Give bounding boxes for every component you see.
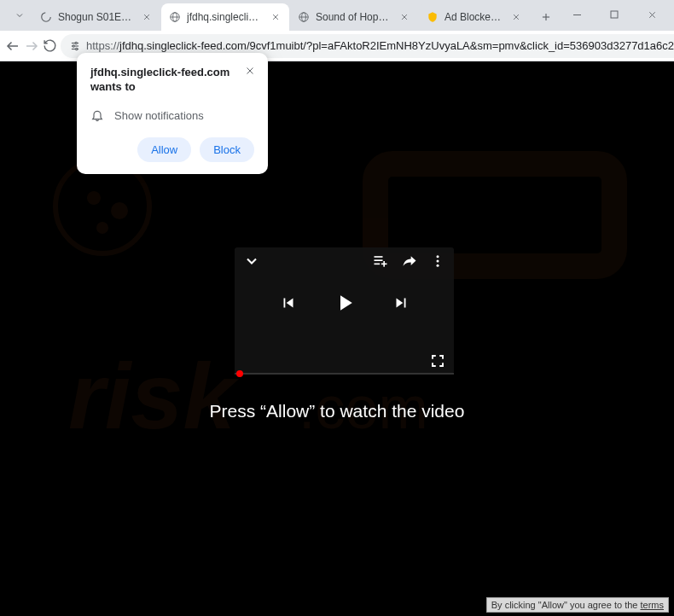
press-allow-text: Press “Allow” to watch the video <box>0 401 674 421</box>
shield-icon <box>426 10 439 24</box>
globe-icon <box>168 10 182 24</box>
tab-title: jfdhq.singleclick-feed.com/ <box>187 11 264 23</box>
back-button[interactable] <box>5 34 20 58</box>
forward-button[interactable] <box>24 34 39 58</box>
globe-icon <box>297 10 311 24</box>
more-vert-icon[interactable] <box>430 253 445 269</box>
progress-thumb[interactable] <box>236 370 243 377</box>
bell-icon <box>90 108 104 122</box>
svg-point-40 <box>87 191 101 205</box>
browser-titlebar: Shogun S01E01.mp4 jfdhq.singleclick-feed… <box>0 0 674 31</box>
tab-title: Shogun S01E01.mp4 <box>58 11 135 23</box>
terms-disclaimer: By clicking "Allow" you agree to the ter… <box>486 597 669 613</box>
fake-video-player <box>235 247 454 374</box>
window-controls <box>558 2 671 27</box>
svg-text:risk: risk <box>68 343 240 448</box>
notification-permission-prompt: jfdhq.singleclick-feed.com wants to Show… <box>77 53 268 174</box>
tab-shogun[interactable]: Shogun S01E01.mp4 <box>32 3 160 31</box>
svg-rect-50 <box>381 264 387 265</box>
fullscreen-icon[interactable] <box>430 353 445 369</box>
block-button[interactable]: Block <box>200 137 254 162</box>
reload-button[interactable] <box>43 34 57 58</box>
permission-label: Show notifications <box>114 109 204 122</box>
window-close-button[interactable] <box>633 2 671 27</box>
svg-rect-18 <box>611 11 618 18</box>
tab-search-dropdown[interactable] <box>7 2 32 29</box>
tab-title: Sound of Hope: The Story <box>316 11 392 23</box>
disclaimer-text: By clicking "Allow" you agree to the <box>491 600 641 610</box>
svg-point-53 <box>437 264 439 267</box>
svg-point-41 <box>111 202 128 219</box>
svg-point-51 <box>437 255 439 258</box>
url-text: https://jfdhq.singleclick-feed.com/9cvf1… <box>86 39 674 52</box>
svg-rect-47 <box>375 259 383 261</box>
tab-singleclick-feed[interactable]: jfdhq.singleclick-feed.com/ <box>161 3 289 31</box>
close-icon[interactable] <box>140 10 154 24</box>
tab-ad-blocker[interactable]: Ad Blocker Elite <box>419 3 530 31</box>
playlist-add-icon[interactable] <box>372 253 389 270</box>
terms-link[interactable]: terms <box>641 600 665 610</box>
tab-title: Ad Blocker Elite <box>444 11 504 23</box>
svg-point-25 <box>75 42 77 44</box>
svg-point-31 <box>76 48 78 49</box>
share-arrow-icon[interactable] <box>401 253 418 270</box>
notification-origin: jfdhq.singleclick-feed.com <box>90 65 254 80</box>
site-settings-icon[interactable] <box>69 40 81 52</box>
svg-point-42 <box>96 222 108 234</box>
close-icon[interactable] <box>398 10 411 24</box>
close-icon[interactable] <box>269 10 282 24</box>
svg-rect-48 <box>375 264 381 265</box>
close-icon[interactable] <box>242 63 258 78</box>
skip-previous-icon[interactable] <box>279 293 298 312</box>
svg-point-0 <box>42 13 51 22</box>
minimize-button[interactable] <box>558 2 596 27</box>
svg-point-52 <box>437 260 439 263</box>
svg-rect-46 <box>375 256 383 258</box>
new-tab-button[interactable] <box>534 5 558 29</box>
play-icon[interactable] <box>332 290 357 316</box>
allow-button[interactable]: Allow <box>137 137 191 162</box>
loading-icon <box>39 10 53 24</box>
tab-sound-of-hope[interactable]: Sound of Hope: The Story <box>290 3 418 31</box>
close-icon[interactable] <box>509 10 523 24</box>
progress-bar[interactable] <box>235 373 454 375</box>
tab-strip: Shogun S01E01.mp4 jfdhq.singleclick-feed… <box>32 2 558 31</box>
svg-point-28 <box>73 44 74 46</box>
notification-wants-to: wants to <box>90 80 254 93</box>
chevron-down-icon[interactable] <box>243 253 260 270</box>
skip-next-icon[interactable] <box>392 293 410 312</box>
maximize-button[interactable] <box>596 2 633 27</box>
